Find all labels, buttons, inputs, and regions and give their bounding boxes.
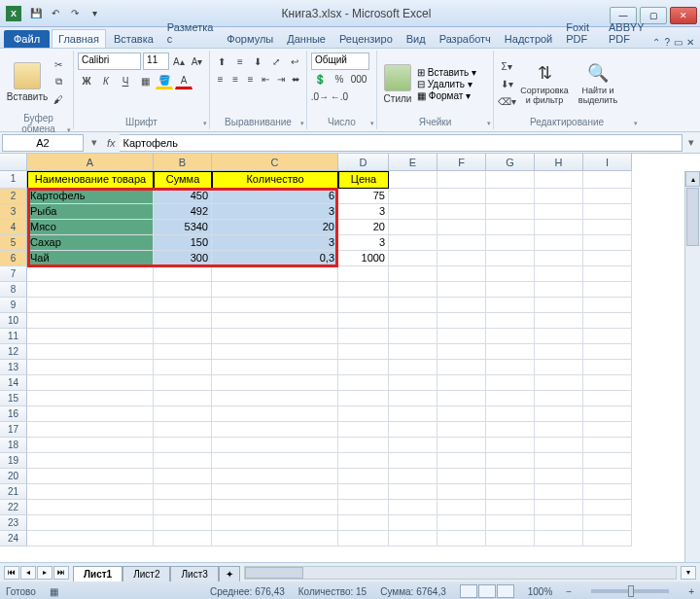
cell-E21[interactable] [389, 484, 438, 500]
cell-G19[interactable] [486, 453, 535, 469]
select-all-corner[interactable] [0, 154, 27, 170]
cell-C18[interactable] [212, 438, 338, 453]
cell-C16[interactable] [212, 406, 338, 422]
cell-D8[interactable] [338, 282, 389, 298]
cell-E22[interactable] [389, 500, 438, 515]
prev-sheet-icon[interactable]: ◂ [20, 566, 36, 580]
row-header-24[interactable]: 24 [0, 531, 27, 546]
cell-C22[interactable] [212, 500, 338, 515]
cell-F22[interactable] [438, 500, 486, 515]
cell-D15[interactable] [338, 391, 389, 406]
font-size-select[interactable]: 11 [143, 53, 168, 70]
cut-icon[interactable]: ✂ [50, 55, 67, 73]
cell-B10[interactable] [154, 313, 212, 329]
next-sheet-icon[interactable]: ▸ [37, 566, 52, 580]
cell-I22[interactable] [583, 500, 632, 515]
cell-A18[interactable] [27, 438, 154, 453]
insert-cells-button[interactable]: ⊞ Вставить ▾ [417, 67, 476, 78]
cell-G11[interactable] [486, 329, 535, 344]
cell-G3[interactable] [486, 204, 535, 220]
cell-I21[interactable] [583, 484, 632, 500]
cell-F1[interactable] [438, 171, 486, 189]
cell-D18[interactable] [338, 438, 389, 453]
column-header-E[interactable]: E [389, 154, 438, 170]
cell-G12[interactable] [486, 344, 535, 360]
cell-H7[interactable] [535, 266, 583, 282]
cell-D13[interactable] [338, 360, 389, 375]
scroll-down-icon[interactable]: ▾ [681, 566, 696, 580]
column-header-C[interactable]: C [212, 154, 338, 170]
cell-H14[interactable] [535, 375, 583, 391]
cell-F24[interactable] [438, 531, 486, 546]
cell-I2[interactable] [583, 189, 632, 204]
new-sheet-icon[interactable]: ✦ [219, 566, 240, 581]
cell-G2[interactable] [486, 189, 535, 204]
cell-I13[interactable] [583, 360, 632, 375]
cell-E18[interactable] [389, 438, 438, 453]
cell-H16[interactable] [535, 406, 583, 422]
cell-E16[interactable] [389, 406, 438, 422]
cell-A23[interactable] [27, 515, 154, 531]
cell-C21[interactable] [212, 484, 338, 500]
tab-layout[interactable]: Разметка с [161, 18, 220, 48]
cell-C23[interactable] [212, 515, 338, 531]
fill-icon[interactable]: ⬇▾ [498, 75, 515, 92]
normal-view-icon[interactable] [460, 584, 477, 598]
cell-D17[interactable] [338, 422, 389, 438]
cell-E9[interactable] [389, 298, 438, 313]
first-sheet-icon[interactable]: ⏮ [4, 566, 19, 580]
cell-B20[interactable] [154, 469, 212, 484]
cell-G8[interactable] [486, 282, 535, 298]
cell-F2[interactable] [438, 189, 486, 204]
cell-H23[interactable] [535, 515, 583, 531]
cell-C6[interactable]: 0,3 [212, 251, 338, 266]
align-top-icon[interactable]: ⬆ [214, 53, 230, 70]
cell-A20[interactable] [27, 469, 154, 484]
cell-C9[interactable] [212, 298, 338, 313]
tab-addins[interactable]: Надстрой [499, 30, 558, 48]
cell-A11[interactable] [27, 329, 154, 344]
cell-D3[interactable]: 3 [338, 204, 389, 220]
font-color-icon[interactable]: A [175, 72, 192, 89]
number-format-select[interactable]: Общий [311, 53, 369, 70]
cell-B24[interactable] [154, 531, 212, 546]
align-left-icon[interactable]: ≡ [214, 70, 228, 88]
fill-color-icon[interactable]: 🪣 [156, 72, 173, 89]
cell-D6[interactable]: 1000 [338, 251, 389, 266]
paste-button[interactable]: Вставить [8, 53, 47, 111]
cell-F15[interactable] [438, 391, 486, 406]
row-header-14[interactable]: 14 [0, 375, 27, 391]
cell-C14[interactable] [212, 375, 338, 391]
cell-I11[interactable] [583, 329, 632, 344]
cell-D11[interactable] [338, 329, 389, 344]
cell-F5[interactable] [438, 235, 486, 251]
cell-B1[interactable]: Сумма [154, 171, 212, 189]
cell-A10[interactable] [27, 313, 154, 329]
cell-E20[interactable] [389, 469, 438, 484]
row-header-6[interactable]: 6 [0, 251, 27, 266]
row-header-21[interactable]: 21 [0, 484, 27, 500]
cell-C1[interactable]: Количество [212, 171, 338, 189]
cell-A5[interactable]: Сахар [27, 235, 154, 251]
cell-E8[interactable] [389, 282, 438, 298]
cell-H5[interactable] [535, 235, 583, 251]
cell-F16[interactable] [438, 406, 486, 422]
cell-D2[interactable]: 75 [338, 189, 389, 204]
border-icon[interactable]: ▦ [136, 72, 154, 89]
cell-E11[interactable] [389, 329, 438, 344]
row-header-19[interactable]: 19 [0, 453, 27, 469]
column-header-F[interactable]: F [438, 154, 486, 170]
cell-G21[interactable] [486, 484, 535, 500]
cell-F9[interactable] [438, 298, 486, 313]
cell-H11[interactable] [535, 329, 583, 344]
zoom-out-icon[interactable]: − [566, 586, 572, 597]
cell-G15[interactable] [486, 391, 535, 406]
shrink-font-icon[interactable]: A▾ [189, 53, 205, 70]
cell-G7[interactable] [486, 266, 535, 282]
cell-I9[interactable] [583, 298, 632, 313]
cell-A12[interactable] [27, 344, 154, 360]
cell-I20[interactable] [583, 469, 632, 484]
formula-input[interactable]: Картофель [120, 134, 682, 152]
cell-E14[interactable] [389, 375, 438, 391]
cell-G4[interactable] [486, 220, 535, 235]
